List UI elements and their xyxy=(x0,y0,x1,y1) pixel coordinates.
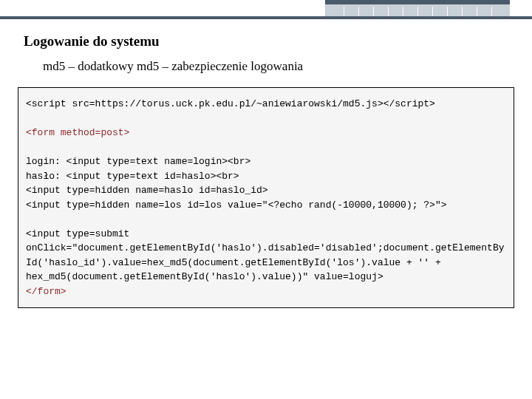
page-title: Logowanie do systemu xyxy=(24,33,160,50)
code-line: onClick="document.getElementById('haslo'… xyxy=(26,242,505,282)
header-bar xyxy=(0,16,532,19)
code-line: <input type=submit xyxy=(26,228,129,239)
code-form-open: <form method=post> xyxy=(26,127,129,138)
code-form-close: </form> xyxy=(26,286,66,297)
header-decoration xyxy=(325,0,510,16)
code-line: <script src=https://torus.uck.pk.edu.pl/… xyxy=(26,98,435,109)
code-line: login: <input type=text name=login><br> xyxy=(26,156,250,167)
code-line: <input type=hidden name=haslo id=haslo_i… xyxy=(26,185,268,196)
code-line: <input type=hidden name=los id=los value… xyxy=(26,200,447,211)
code-line: hasło: <input type=text id=haslo><br> xyxy=(26,171,239,182)
page-subtitle: md5 – dodatkowy md5 – zabezpieczenie log… xyxy=(43,59,303,74)
code-block: <script src=https://torus.uck.pk.edu.pl/… xyxy=(18,87,514,308)
